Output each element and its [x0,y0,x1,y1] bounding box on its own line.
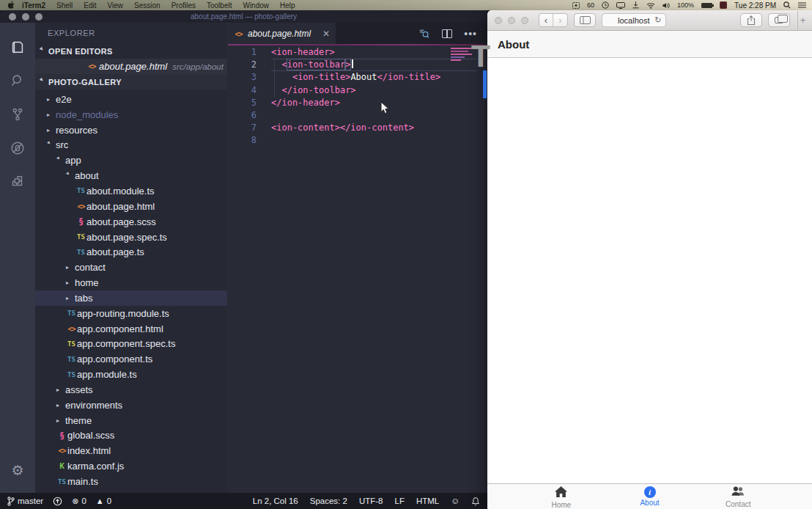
open-preview-icon[interactable] [418,28,430,40]
share-button[interactable] [740,13,762,27]
tree-folder-src[interactable]: ▸src [35,138,227,153]
code-line-4[interactable]: 4 </ion-toolbar> [227,84,487,97]
apple-menu-icon[interactable] [7,1,15,10]
sidebar-toggle-button[interactable] [574,13,596,27]
code-line-3[interactable]: 3 <ion-title>About</ion-title> [227,71,487,84]
tree-file-main-ts[interactable]: TSmain.ts [35,474,227,489]
clock-icon[interactable] [602,1,609,9]
menu-item-edit[interactable]: Edit [84,1,96,10]
open-editor-item[interactable]: <>about.page.htmlsrc/app/about [35,59,227,74]
source-control-icon[interactable] [0,98,35,131]
app-status-icon[interactable] [720,1,727,9]
language-mode[interactable]: HTML [416,497,439,505]
tree-folder-assets[interactable]: ▸assets [35,382,227,398]
ionic-tab-contact[interactable]: Contact [723,486,753,508]
tree-file-about-page-scss[interactable]: §about.page.scss [35,214,227,230]
code-line-5[interactable]: 5</ion-header> [227,97,487,109]
search-icon[interactable] [0,64,35,98]
tree-folder-resources[interactable]: ▸resources [35,122,227,138]
tree-file-app-component-ts[interactable]: TSapp.component.ts [35,351,227,367]
reload-icon[interactable]: ↻ [654,15,661,25]
vscode-titlebar[interactable]: about.page.html — photo-gallery [0,10,487,23]
download-icon[interactable] [632,1,639,9]
tree-file-app-component-spec-ts[interactable]: TSapp.component.spec.ts [35,337,227,352]
tab-overview-button[interactable] [768,13,790,27]
new-tab-button[interactable]: + [797,11,808,30]
tree-folder-contact[interactable]: ▸contact [35,260,227,275]
tree-file-app-routing-module-ts[interactable]: TSapp-routing.module.ts [35,306,227,321]
menu-item-window[interactable]: Window [243,1,269,10]
code-line-1[interactable]: 1<ion-header> [227,46,487,59]
menu-item-session[interactable]: Session [134,1,160,10]
notifications-bell-icon[interactable] [471,497,480,506]
notification-center-icon[interactable] [798,2,806,8]
tree-folder-about[interactable]: ▸about [35,168,227,183]
menu-item-iterm2[interactable]: iTerm2 [22,1,45,10]
explorer-icon[interactable] [0,30,35,64]
menu-item-toolbelt[interactable]: Toolbelt [207,1,232,10]
forward-button[interactable]: › [553,14,567,26]
display-icon[interactable] [616,2,625,9]
eol-setting[interactable]: LF [395,497,405,505]
errors-indicator[interactable]: ⊗ 0 [72,497,86,506]
indentation-setting[interactable]: Spaces: 2 [310,497,347,505]
volume-icon[interactable] [662,2,670,9]
tree-file-global-scss[interactable]: §global.scss [35,428,227,444]
tree-file-about-page-html[interactable]: <>about.page.html [35,199,227,214]
safari-traffic-lights[interactable] [495,17,528,24]
tree-file-app-module-ts[interactable]: TSapp.module.ts [35,367,227,382]
code-line-7[interactable]: 7<ion-content></ion-content> [227,122,487,134]
mouse-cursor [380,101,390,118]
tree-folder-theme[interactable]: ▸theme [35,413,227,428]
debug-icon[interactable] [0,131,35,165]
tree-folder-environments[interactable]: ▸environments [35,398,227,413]
tree-folder-node-modules[interactable]: ▸node_modules [35,107,227,122]
explorer-sidebar: EXPLORER ▸ OPEN EDITORS <>about.page.htm… [35,23,227,493]
wifi-icon[interactable] [646,2,655,9]
battery-icon[interactable] [701,3,712,8]
tree-file-about-page-spec-ts[interactable]: TSabout.page.spec.ts [35,230,227,245]
editor-tab-about-page-html[interactable]: <> about.page.html ✕ [227,23,336,45]
code-line-6[interactable]: 6 [227,109,487,122]
menu-item-profiles[interactable]: Profiles [171,1,196,10]
encoding-setting[interactable]: UTF-8 [359,497,383,505]
tree-folder-e2e[interactable]: ▸e2e [35,92,227,107]
menubar-clock[interactable]: Tue 2:28 PM [734,1,776,10]
code-line-2[interactable]: 2 <ion-toolbar> [227,59,487,71]
spotlight-icon[interactable] [783,1,791,9]
code-line-8[interactable]: 8 [227,134,487,147]
tree-folder-tabs[interactable]: ▸tabs [35,290,227,306]
project-section-header[interactable]: ▸ PHOTO-GALLERY [35,74,227,89]
more-actions-icon[interactable]: ••• [464,28,477,40]
tab-close-icon[interactable]: ✕ [322,29,330,39]
screenshot-icon[interactable] [572,2,580,9]
split-editor-icon[interactable] [442,29,452,38]
warnings-indicator[interactable]: ▲ 0 [96,497,111,505]
open-editors-header[interactable]: ▸ OPEN EDITORS [35,43,227,59]
file-tree: ▸e2e▸node_modules▸resources▸src▸app▸abou… [35,89,227,489]
back-button[interactable]: ‹ [539,14,553,26]
ionic-tab-about[interactable]: iAbout [635,486,665,507]
tree-file-about-module-ts[interactable]: TSabout.module.ts [35,183,227,199]
extensions-icon[interactable] [0,165,35,199]
code-line-content [271,109,487,122]
cursor-position[interactable]: Ln 2, Col 16 [253,497,298,505]
menu-item-shell[interactable]: Shell [56,1,73,10]
settings-gear-icon[interactable]: ⚙ [0,453,35,487]
sixty-badge-icon[interactable]: 60 [587,1,594,9]
ionic-tab-home[interactable]: Home [547,486,576,509]
address-bar[interactable]: localhost ↻ [602,13,666,27]
tree-file-app-component-html[interactable]: <>app.component.html [35,321,227,337]
feedback-smiley-icon[interactable]: ☺ [451,497,459,505]
git-branch-indicator[interactable]: master [7,497,43,506]
tree-folder-app[interactable]: ▸app [35,153,227,168]
vscode-traffic-lights[interactable] [9,10,43,23]
menu-item-help[interactable]: Help [280,1,295,10]
tree-file-karma-conf-js[interactable]: Kkarma.conf.js [35,458,227,474]
tree-file-about-page-ts[interactable]: TSabout.page.ts [35,244,227,260]
tree-folder-home[interactable]: ▸home [35,275,227,290]
code-editor[interactable]: 1<ion-header>2 <ion-toolbar>3 <ion-title… [227,46,487,493]
tree-file-index-html[interactable]: <>index.html [35,443,227,458]
menu-item-view[interactable]: View [108,1,124,10]
sync-changes-button[interactable] [53,497,62,506]
